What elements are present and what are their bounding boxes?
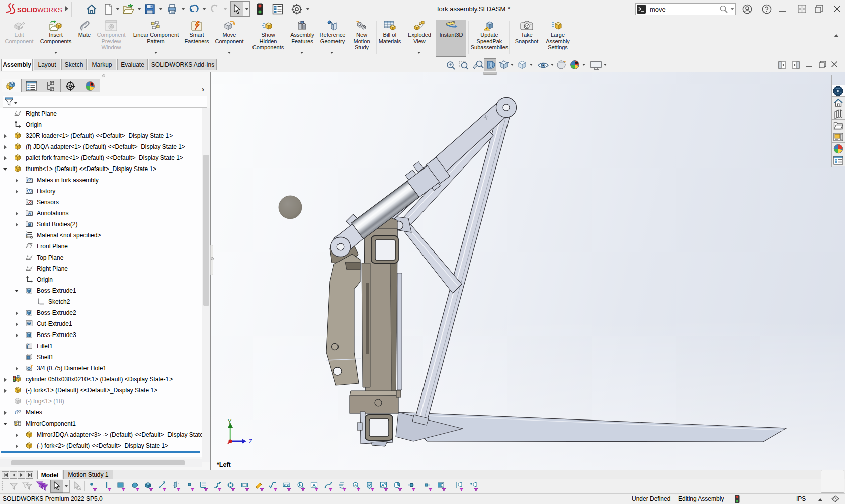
svg-text:Z: Z — [249, 438, 252, 444]
svg-text:A: A — [381, 483, 385, 488]
svg-text:A: A — [354, 483, 357, 487]
svg-text:A: A — [312, 483, 316, 488]
svg-text:Y: Y — [228, 418, 232, 425]
